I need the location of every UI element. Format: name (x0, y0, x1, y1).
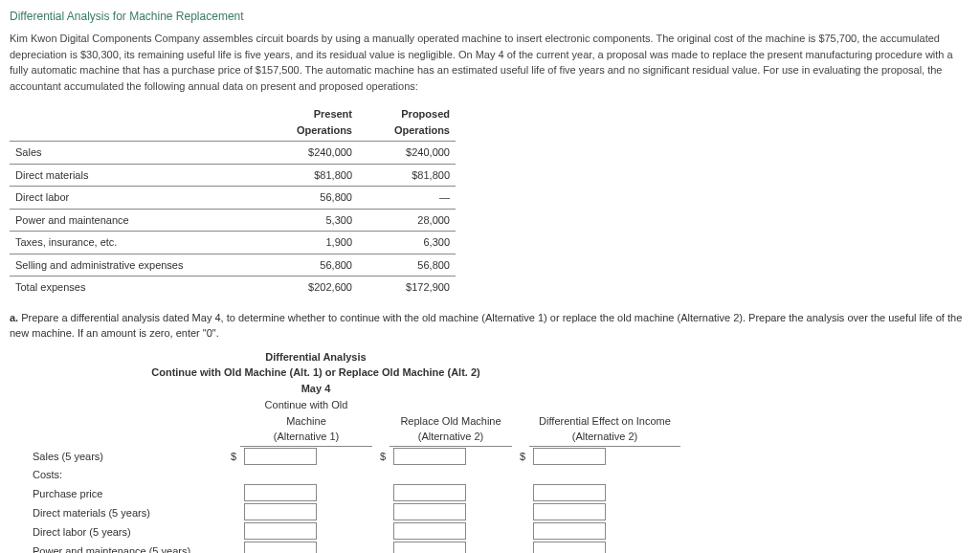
input-dl-alt2[interactable] (393, 522, 466, 540)
operations-table: Present Operations Proposed Operations S… (10, 103, 456, 299)
ws-row-label: Costs: (29, 466, 223, 484)
cell: $81,800 (260, 164, 358, 187)
da-heading-3: May 4 (115, 381, 517, 397)
input-purchase-diff[interactable] (533, 484, 606, 501)
col3-line2: (Alternative 2) (572, 431, 637, 442)
input-purchase-alt2[interactable] (393, 484, 466, 501)
row-label: Taxes, insurance, etc. (10, 232, 260, 254)
intro-paragraph: Kim Kwon Digital Components Company asse… (10, 31, 970, 94)
input-sales-alt2[interactable] (393, 448, 466, 465)
cell: — (358, 187, 456, 210)
cell: $240,000 (260, 142, 358, 165)
row-label: Direct labor (10, 187, 260, 210)
ws-row-label: Power and maintenance (5 years) (29, 541, 223, 553)
row-label: Direct materials (10, 164, 260, 187)
question-a: a. Prepare a differential analysis dated… (10, 310, 970, 342)
da-heading-2: Continue with Old Machine (Alt. 1) or Re… (115, 365, 517, 381)
row-label: Total expenses (10, 276, 260, 299)
cell: 56,800 (260, 254, 358, 276)
input-purchase-alt1[interactable] (244, 484, 317, 501)
input-sales-diff[interactable] (533, 448, 606, 465)
input-dl-diff[interactable] (533, 522, 606, 540)
cell: $81,800 (358, 164, 456, 187)
input-sales-alt1[interactable] (244, 448, 317, 465)
input-dm-diff[interactable] (533, 503, 606, 520)
cell: $172,900 (358, 276, 456, 299)
input-pm-alt2[interactable] (393, 542, 466, 553)
col1-line2: (Alternative 1) (274, 431, 339, 442)
cell: 5,300 (260, 209, 358, 232)
question-letter: a. (10, 312, 18, 323)
col1-line1: Continue with Old Machine (265, 399, 348, 427)
question-text: Prepare a differential analysis dated Ma… (10, 312, 962, 340)
col-present: Present Operations (260, 103, 358, 142)
cell: 1,900 (260, 232, 358, 254)
ws-row-label: Direct labor (5 years) (29, 521, 223, 541)
input-pm-alt1[interactable] (244, 542, 317, 553)
cell: 56,800 (260, 187, 358, 210)
page-title: Differential Analysis for Machine Replac… (10, 8, 970, 25)
differential-analysis-worksheet: Continue with Old Machine (Alternative 1… (29, 396, 680, 553)
input-pm-diff[interactable] (533, 542, 606, 553)
row-label: Selling and administrative expenses (10, 254, 260, 276)
input-dm-alt1[interactable] (244, 503, 317, 520)
col2-line2: (Alternative 2) (418, 431, 483, 442)
cell: $240,000 (358, 142, 456, 165)
row-label: Sales (10, 142, 260, 165)
cell: 6,300 (358, 232, 456, 254)
input-dl-alt1[interactable] (244, 522, 317, 540)
da-heading-1: Differential Analysis (115, 349, 517, 365)
input-dm-alt2[interactable] (393, 503, 466, 520)
col-proposed: Proposed Operations (358, 103, 456, 142)
row-label: Power and maintenance (10, 209, 260, 232)
ws-row-label: Sales (5 years) (29, 446, 223, 466)
col2-line1: Replace Old Machine (400, 415, 501, 427)
cell: 56,800 (358, 254, 456, 276)
cell: 28,000 (358, 209, 456, 232)
cell: $202,600 (260, 276, 358, 299)
ws-row-label: Direct materials (5 years) (29, 502, 223, 521)
ws-row-label: Purchase price (29, 483, 223, 502)
col3-line1: Differential Effect on Income (539, 415, 671, 427)
